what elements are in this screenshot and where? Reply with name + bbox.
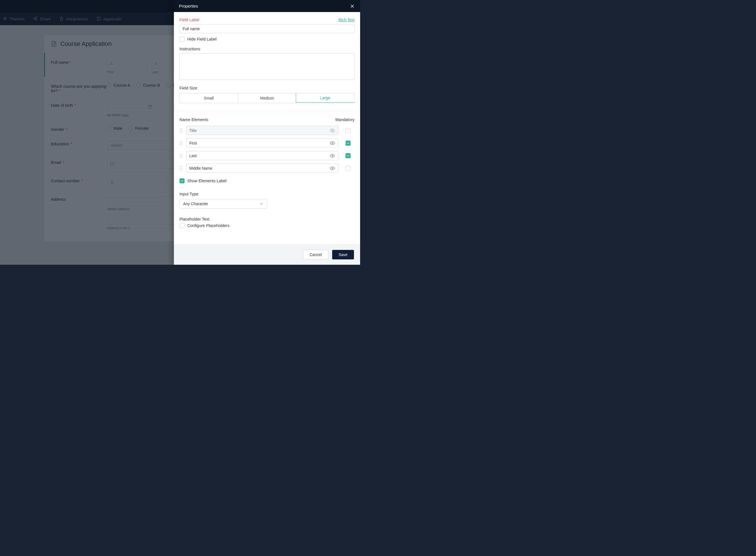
hide-label-text: Hide Field Label bbox=[187, 37, 217, 41]
element-first-row: First bbox=[179, 138, 354, 148]
panel-footer: Cancel Save bbox=[174, 244, 360, 265]
svg-point-30 bbox=[332, 155, 333, 156]
panel-header: Properties bbox=[174, 0, 360, 12]
svg-point-19 bbox=[180, 143, 180, 143]
svg-point-18 bbox=[181, 141, 182, 141]
panel-title: Properties bbox=[179, 4, 198, 8]
rich-text-link[interactable]: Rich Text bbox=[339, 18, 354, 22]
check-icon bbox=[180, 179, 184, 182]
svg-point-35 bbox=[180, 169, 180, 170]
instructions-textarea[interactable] bbox=[179, 54, 354, 80]
svg-point-22 bbox=[181, 144, 182, 145]
svg-point-20 bbox=[181, 143, 182, 143]
element-title-row: Title bbox=[179, 126, 354, 135]
svg-point-14 bbox=[180, 132, 180, 132]
svg-point-13 bbox=[181, 130, 182, 131]
input-type-select[interactable]: Any Character bbox=[179, 199, 267, 209]
visibility-toggle[interactable] bbox=[330, 166, 335, 171]
chevron-down-icon bbox=[260, 202, 263, 206]
element-middle-input[interactable]: Middle Name bbox=[186, 164, 338, 173]
close-icon bbox=[349, 3, 355, 9]
size-medium[interactable]: Medium bbox=[238, 93, 296, 103]
svg-point-37 bbox=[332, 168, 333, 169]
svg-point-36 bbox=[181, 169, 182, 170]
show-elements-label-row[interactable]: Show Elements Label bbox=[179, 178, 354, 183]
close-button[interactable] bbox=[349, 3, 355, 9]
element-title-input[interactable]: Title bbox=[186, 126, 338, 135]
hide-label-checkbox[interactable] bbox=[179, 37, 184, 42]
size-large[interactable]: Large bbox=[296, 93, 354, 103]
svg-point-31 bbox=[180, 166, 180, 167]
mandatory-checkbox[interactable] bbox=[346, 153, 351, 158]
field-size-toggle: Small Medium Large bbox=[179, 93, 354, 103]
drag-handle[interactable] bbox=[179, 141, 183, 145]
svg-point-26 bbox=[180, 155, 180, 156]
drag-handle[interactable] bbox=[179, 153, 183, 158]
panel-body: Field Label Rich Text Hide Field Label I… bbox=[174, 12, 360, 244]
field-label-label: Field Label bbox=[179, 18, 199, 22]
instructions-label: Instructions bbox=[179, 47, 354, 51]
hide-label-row[interactable]: Hide Field Label bbox=[179, 37, 354, 42]
check-icon bbox=[346, 154, 350, 158]
svg-point-25 bbox=[181, 153, 182, 154]
svg-point-15 bbox=[181, 132, 182, 132]
svg-point-24 bbox=[180, 153, 180, 154]
eye-icon bbox=[330, 140, 335, 146]
element-last-row: Last bbox=[179, 151, 354, 160]
svg-point-23 bbox=[332, 142, 333, 144]
svg-point-12 bbox=[180, 130, 180, 131]
save-button[interactable]: Save bbox=[332, 250, 354, 259]
visibility-toggle[interactable] bbox=[330, 153, 335, 159]
input-type-label: Input Type bbox=[179, 192, 354, 196]
element-middle-row: Middle Name bbox=[179, 164, 354, 173]
field-label-input[interactable] bbox=[179, 24, 354, 33]
properties-panel: Properties Field Label Rich Text Hide Fi… bbox=[174, 0, 360, 265]
mandatory-checkbox[interactable] bbox=[346, 141, 351, 146]
placeholder-label: Placeholder Text bbox=[179, 217, 354, 221]
svg-point-21 bbox=[180, 144, 180, 145]
visibility-toggle[interactable] bbox=[330, 128, 335, 133]
input-type-value: Any Character bbox=[183, 202, 208, 206]
show-elements-label-checkbox[interactable] bbox=[179, 178, 184, 183]
size-small[interactable]: Small bbox=[180, 93, 238, 103]
mandatory-checkbox[interactable] bbox=[346, 128, 351, 133]
drag-handle[interactable] bbox=[179, 166, 183, 171]
name-elements-label: Name Elements bbox=[179, 117, 208, 122]
configure-placeholders-row[interactable]: Configure Placeholders bbox=[179, 223, 354, 228]
svg-point-34 bbox=[181, 168, 182, 168]
visibility-toggle[interactable] bbox=[330, 140, 335, 146]
svg-point-17 bbox=[180, 141, 180, 141]
drag-handle[interactable] bbox=[179, 128, 183, 133]
svg-point-29 bbox=[181, 157, 182, 158]
svg-point-10 bbox=[180, 128, 180, 129]
svg-point-32 bbox=[181, 166, 182, 167]
element-last-input[interactable]: Last bbox=[186, 151, 338, 160]
divider bbox=[174, 111, 360, 111]
configure-placeholders-text: Configure Placeholders bbox=[187, 223, 230, 228]
configure-placeholders-checkbox[interactable] bbox=[179, 223, 184, 228]
mandatory-checkbox[interactable] bbox=[346, 166, 351, 171]
show-elements-label-text: Show Elements Label bbox=[187, 179, 227, 183]
field-size-label: Field Size bbox=[179, 86, 354, 90]
svg-point-33 bbox=[180, 168, 180, 168]
mandatory-label: Mandatory bbox=[335, 117, 354, 122]
cancel-button[interactable]: Cancel bbox=[303, 250, 328, 259]
check-icon bbox=[346, 141, 350, 145]
svg-point-11 bbox=[181, 128, 182, 129]
svg-point-27 bbox=[181, 155, 182, 156]
svg-point-28 bbox=[180, 157, 180, 158]
eye-icon bbox=[330, 166, 335, 171]
eye-icon bbox=[330, 153, 335, 159]
eye-off-icon bbox=[330, 128, 335, 133]
element-first-input[interactable]: First bbox=[186, 138, 338, 148]
